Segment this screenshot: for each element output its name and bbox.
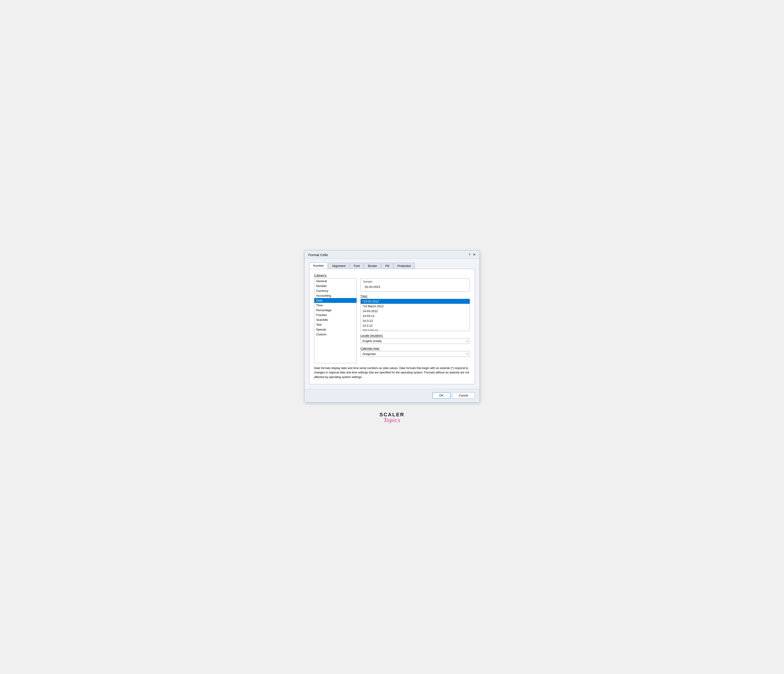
content-area: Category: General Number Currency Accoun… (309, 269, 475, 384)
locale-dropdown-wrapper: English (India) English (US) English (UK… (361, 338, 470, 344)
category-list[interactable]: General Number Currency Accounting Date … (314, 278, 357, 363)
type-section: Type: *14-03-2012 *14 March 2012 14-03-2… (361, 294, 470, 331)
category-list-wrapper: General Number Currency Accounting Date … (314, 278, 357, 363)
category-label: Category: (314, 273, 470, 277)
type-item-0[interactable]: *14-03-2012 (361, 299, 470, 304)
tab-alignment[interactable]: Alignment (328, 263, 349, 269)
tab-protection[interactable]: Protection (394, 263, 415, 269)
right-panel: Sample 02-03-2023 Type: *14-03-2012 *14 … (361, 278, 470, 357)
tab-number[interactable]: Number (309, 262, 328, 269)
sample-group: Sample 02-03-2023 (361, 278, 470, 292)
dialog-controls: ? ✕ (468, 253, 476, 256)
type-item-4[interactable]: 14-3-12 (361, 318, 470, 323)
dialog-body: Number Alignment Font Border Fill Protec… (305, 259, 479, 389)
category-item-text[interactable]: Text (314, 322, 356, 327)
locale-label: Locale (location): (361, 334, 470, 337)
dialog-titlebar: Format Cells ? ✕ (305, 250, 479, 259)
dialog-close-icon[interactable]: ✕ (473, 253, 476, 256)
category-item-date[interactable]: Date (314, 298, 356, 303)
calendar-field-group: Calendar type: Gregorian Islamic Hebrew … (361, 347, 470, 357)
locale-select[interactable]: English (India) English (US) English (UK… (361, 338, 470, 344)
sample-value: 02-03-2023 (363, 284, 467, 289)
description-text: Date formats display date and time seria… (314, 363, 470, 379)
type-item-2[interactable]: 14-03-2012 (361, 309, 470, 314)
calendar-dropdown-wrapper: Gregorian Islamic Hebrew ∨ (361, 351, 470, 357)
type-list[interactable]: *14-03-2012 *14 March 2012 14-03-2012 14… (361, 299, 470, 331)
dialog-title: Format Cells (308, 253, 328, 257)
sample-legend: Sample (363, 280, 467, 283)
tab-font[interactable]: Font (350, 263, 364, 269)
dialog-footer: OK Cancel (305, 389, 479, 402)
calendar-label: Calendar type: (361, 347, 470, 350)
ok-button[interactable]: OK (432, 392, 450, 399)
category-item-custom[interactable]: Custom (314, 332, 356, 337)
logo-section: SCALER Topics (380, 412, 404, 424)
calendar-select[interactable]: Gregorian Islamic Hebrew (361, 351, 470, 357)
dialog-help-icon[interactable]: ? (468, 253, 470, 256)
page-wrapper: Format Cells ? ✕ Number Alignment Font B… (295, 241, 489, 433)
category-item-time[interactable]: Time (314, 303, 356, 308)
locale-field-group: Locale (location): English (India) Engli… (361, 334, 470, 344)
category-item-general[interactable]: General (314, 279, 356, 284)
category-item-special[interactable]: Special (314, 327, 356, 332)
category-item-scientific[interactable]: Scientific (314, 317, 356, 322)
tab-border[interactable]: Border (364, 263, 381, 269)
type-item-6[interactable]: 2012-03-14 (361, 328, 470, 331)
main-row: General Number Currency Accounting Date … (314, 278, 470, 363)
format-cells-dialog: Format Cells ? ✕ Number Alignment Font B… (304, 250, 480, 402)
category-item-currency[interactable]: Currency (314, 288, 356, 293)
category-item-accounting[interactable]: Accounting (314, 293, 356, 298)
cancel-button[interactable]: Cancel (452, 392, 475, 399)
category-item-fraction[interactable]: Fraction (314, 312, 356, 317)
logo-topics-text: Topics (384, 417, 401, 424)
tab-fill[interactable]: Fill (381, 263, 393, 269)
type-item-1[interactable]: *14 March 2012 (361, 304, 470, 309)
category-item-number[interactable]: Number (314, 284, 356, 288)
tab-bar: Number Alignment Font Border Fill Protec… (309, 262, 475, 269)
type-label: Type: (361, 294, 470, 298)
category-item-percentage[interactable]: Percentage (314, 308, 356, 312)
type-item-5[interactable]: 14.3.12 (361, 323, 470, 328)
type-item-3[interactable]: 14-03-12 (361, 314, 470, 318)
